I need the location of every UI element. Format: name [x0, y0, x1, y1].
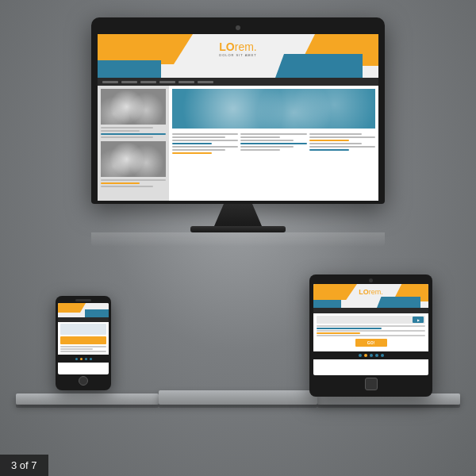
- monitor-camera: [236, 25, 240, 30]
- tablet-logo-light: rem.: [369, 288, 383, 296]
- nav-item-4: [159, 81, 175, 83]
- tablet-screen-header: LOrem.: [313, 284, 428, 308]
- col3-line-5: [309, 146, 375, 148]
- hero-circles: [172, 89, 375, 129]
- nav-item-6: [198, 81, 213, 83]
- monitor-hero: [172, 89, 375, 129]
- page-indicator-text: 3 of 7: [11, 459, 37, 471]
- col2-line-2: [240, 136, 280, 138]
- monitor-sidebar: [98, 86, 169, 201]
- col3-line-4: [309, 143, 363, 144]
- sidebar-img-circles-1: [101, 89, 166, 125]
- page-indicator: 3 of 7: [0, 455, 48, 476]
- phone-orange-btn: [60, 336, 106, 344]
- tablet-screen: LOrem. ▶ GO!: [313, 284, 428, 375]
- tablet-dot-5: [381, 354, 384, 357]
- teal-shape-bl: [98, 60, 161, 78]
- phone-nav-dot-2: [80, 358, 83, 360]
- sidebar-line-6: [101, 182, 140, 184]
- phone-line-2: [60, 348, 93, 350]
- sidebar-line-4: [101, 136, 153, 138]
- teal-shape-br: [275, 54, 363, 78]
- tablet-line-5: [317, 335, 425, 336]
- content-col-2: [240, 132, 306, 155]
- col1-line-6: [172, 149, 225, 151]
- tablet-line-3: [317, 330, 425, 332]
- phone-nav-dot-3: [85, 358, 87, 360]
- nav-item-1: [102, 81, 118, 83]
- phone-screen: LOrem.: [58, 303, 109, 374]
- phone-line-3: [60, 351, 106, 352]
- col2-line-6: [240, 149, 280, 151]
- phone-bottom-nav: [58, 355, 109, 363]
- tablet-orange-shape-tl: [313, 284, 357, 300]
- content-col-1: [172, 132, 238, 155]
- tablet-dot-4: [375, 354, 378, 357]
- phone: LOrem.: [56, 296, 111, 390]
- sidebar-line-3: [101, 133, 166, 135]
- tablet-pagination: [313, 351, 428, 359]
- col3-line-2: [309, 136, 375, 138]
- shelf-step-left: [16, 393, 159, 405]
- sidebar-img-circles-2: [101, 141, 166, 177]
- tablet-search-button[interactable]: ▶: [413, 317, 424, 323]
- nav-item-5: [178, 81, 194, 83]
- tablet-nav: [313, 308, 428, 313]
- tablet-search-bar: ▶: [317, 316, 425, 324]
- phone-line-1: [60, 346, 106, 347]
- tablet-line-4: [317, 332, 360, 334]
- sidebar-image-1: [101, 89, 166, 125]
- phone-box-1: [60, 324, 106, 335]
- phone-logo-bold: LO: [66, 305, 71, 310]
- monitor-stand: [214, 204, 262, 226]
- shelf-step-mid: [159, 390, 317, 405]
- tablet-dot-2: [364, 354, 367, 357]
- col3-line-6: [309, 149, 349, 151]
- monitor-logo: LOrem.: [219, 40, 256, 53]
- monitor-base: [190, 226, 286, 232]
- tablet-camera: [369, 278, 373, 282]
- phone-nav-dot-1: [75, 358, 78, 360]
- col2-line-5: [240, 146, 294, 148]
- tablet-line-2: [317, 328, 382, 329]
- monitor-logo-light: rem.: [235, 40, 257, 53]
- tablet-logo: LOrem.: [359, 288, 383, 296]
- sidebar-line-2: [101, 130, 140, 132]
- col1-line-4: [172, 143, 212, 144]
- phone-body: [58, 322, 109, 355]
- col1-line-3: [172, 140, 238, 141]
- phone-nav-dot-4: [90, 358, 92, 360]
- col1-line-2: [172, 136, 225, 138]
- monitor-logo-bold: LO: [219, 40, 234, 53]
- tablet-teal-shape-l: [313, 300, 341, 308]
- tablet-logo-bold: LO: [359, 288, 369, 296]
- monitor-nav: [98, 78, 378, 86]
- tablet-line-1: [317, 325, 425, 327]
- col3-line-3: [309, 140, 349, 141]
- sidebar-line-1: [101, 127, 153, 129]
- monitor-bezel-top: [98, 24, 378, 32]
- phone-home-button[interactable]: [79, 376, 88, 386]
- tablet-dot-3: [370, 354, 373, 357]
- monitor: LOrem. DOLOR SIT AMET: [91, 17, 385, 204]
- tablet-wrap: LOrem. ▶ GO!: [309, 274, 432, 397]
- phone-teal-shape: [85, 309, 109, 317]
- content-col-3: [309, 132, 375, 155]
- content-grid: [172, 132, 375, 155]
- tablet-teal-shape: [377, 297, 420, 308]
- col1-line-1: [172, 133, 238, 135]
- tablet-home-button[interactable]: [365, 378, 378, 390]
- monitor-body: [98, 86, 378, 201]
- sidebar-image-2: [101, 141, 166, 177]
- col2-line-3: [240, 140, 294, 141]
- phone-speaker: [75, 299, 91, 301]
- col1-line-7: [172, 152, 212, 154]
- col3-line-1: [309, 133, 363, 135]
- col2-line-1: [240, 133, 306, 135]
- nav-item-2: [121, 81, 137, 83]
- monitor-tagline: DOLOR SIT AMET: [219, 53, 257, 57]
- sidebar-line-5: [101, 179, 166, 181]
- phone-logo: LOrem.: [66, 305, 79, 310]
- sidebar-line-7: [101, 186, 153, 187]
- tablet-go-button[interactable]: GO!: [355, 339, 387, 347]
